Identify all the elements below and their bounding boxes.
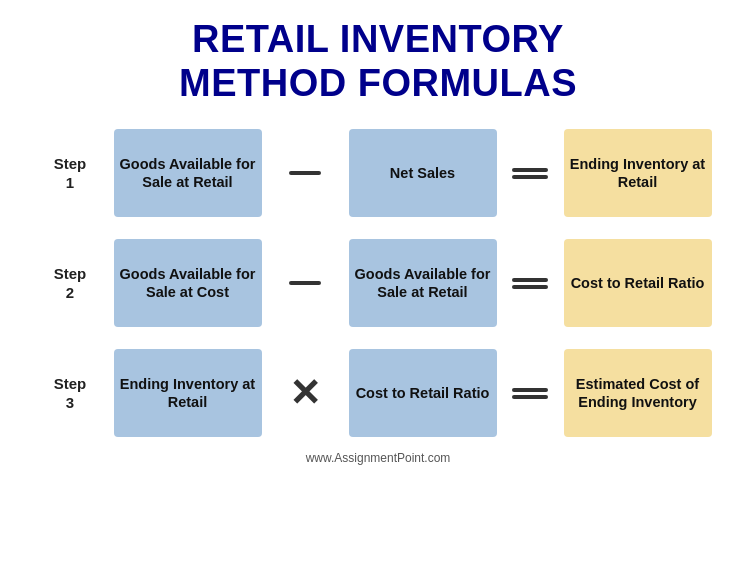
equals-line-bottom: [512, 175, 548, 179]
step1-equals: [500, 168, 560, 179]
title-line1: RETAIL INVENTORY: [192, 18, 564, 60]
step2-equals: [500, 278, 560, 289]
footer-text: www.AssignmentPoint.com: [306, 451, 451, 465]
step3-middle-box: Cost to Retail Ratio: [349, 349, 497, 437]
page-title: RETAIL INVENTORY METHOD FORMULAS: [179, 18, 577, 105]
step2-operator: [275, 281, 335, 285]
step-1-label: Step1: [54, 154, 87, 193]
page: RETAIL INVENTORY METHOD FORMULAS Step1 G…: [0, 0, 756, 576]
equals-line-bottom-3: [512, 395, 548, 399]
step3-right-box: Estimated Cost of Ending Inventory: [564, 349, 712, 437]
title-line2: METHOD FORMULAS: [179, 62, 577, 104]
equals-double-icon-2: [512, 278, 548, 289]
step2-right-box: Cost to Retail Ratio: [564, 239, 712, 327]
formula-grid: Step1 Goods Available for Sale at Retail…: [30, 123, 726, 443]
step1-middle-box: Net Sales: [349, 129, 497, 217]
equals-line-top-3: [512, 388, 548, 392]
minus-icon: [289, 171, 321, 175]
step-3-label: Step3: [54, 374, 87, 413]
equals-double-icon-3: [512, 388, 548, 399]
step1-operator: [275, 171, 335, 175]
minus-icon-2: [289, 281, 321, 285]
times-icon: ✕: [289, 371, 321, 415]
step1-left-box: Goods Available for Sale at Retail: [114, 129, 262, 217]
equals-double-icon: [512, 168, 548, 179]
step3-equals: [500, 388, 560, 399]
step1-right-box: Ending Inventory at Retail: [564, 129, 712, 217]
equals-line-top: [512, 168, 548, 172]
equals-line-bottom-2: [512, 285, 548, 289]
step-2-label: Step2: [54, 264, 87, 303]
step2-left-box: Goods Available for Sale at Cost: [114, 239, 262, 327]
step2-middle-box: Goods Available for Sale at Retail: [349, 239, 497, 327]
step3-operator: ✕: [275, 371, 335, 415]
equals-line-top-2: [512, 278, 548, 282]
step3-left-box: Ending Inventory at Retail: [114, 349, 262, 437]
